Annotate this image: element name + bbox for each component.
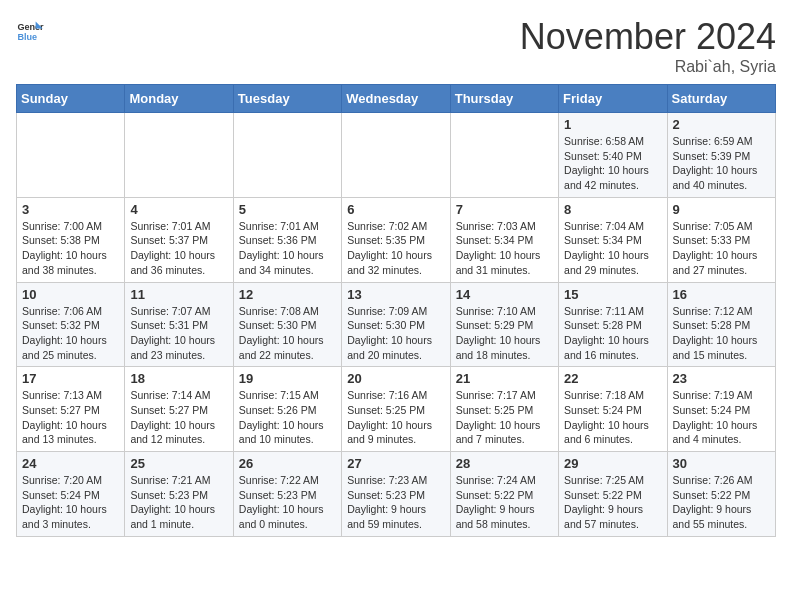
calendar-week-1: 1Sunrise: 6:58 AM Sunset: 5:40 PM Daylig… [17, 113, 776, 198]
day-number: 15 [564, 287, 661, 302]
calendar-cell: 16Sunrise: 7:12 AM Sunset: 5:28 PM Dayli… [667, 282, 775, 367]
day-number: 17 [22, 371, 119, 386]
calendar-week-4: 17Sunrise: 7:13 AM Sunset: 5:27 PM Dayli… [17, 367, 776, 452]
day-info: Sunrise: 7:00 AM Sunset: 5:38 PM Dayligh… [22, 219, 119, 278]
calendar-cell: 22Sunrise: 7:18 AM Sunset: 5:24 PM Dayli… [559, 367, 667, 452]
header-row: Sunday Monday Tuesday Wednesday Thursday… [17, 85, 776, 113]
day-info: Sunrise: 7:08 AM Sunset: 5:30 PM Dayligh… [239, 304, 336, 363]
page-header: General Blue November 2024 Rabi`ah, Syri… [16, 16, 776, 76]
calendar-cell: 25Sunrise: 7:21 AM Sunset: 5:23 PM Dayli… [125, 452, 233, 537]
calendar-cell: 18Sunrise: 7:14 AM Sunset: 5:27 PM Dayli… [125, 367, 233, 452]
calendar-cell: 27Sunrise: 7:23 AM Sunset: 5:23 PM Dayli… [342, 452, 450, 537]
calendar-cell: 29Sunrise: 7:25 AM Sunset: 5:22 PM Dayli… [559, 452, 667, 537]
calendar-cell: 6Sunrise: 7:02 AM Sunset: 5:35 PM Daylig… [342, 197, 450, 282]
day-info: Sunrise: 7:14 AM Sunset: 5:27 PM Dayligh… [130, 388, 227, 447]
day-number: 18 [130, 371, 227, 386]
calendar-cell: 7Sunrise: 7:03 AM Sunset: 5:34 PM Daylig… [450, 197, 558, 282]
calendar-cell: 26Sunrise: 7:22 AM Sunset: 5:23 PM Dayli… [233, 452, 341, 537]
day-info: Sunrise: 7:09 AM Sunset: 5:30 PM Dayligh… [347, 304, 444, 363]
logo: General Blue [16, 16, 44, 44]
day-info: Sunrise: 7:23 AM Sunset: 5:23 PM Dayligh… [347, 473, 444, 532]
calendar-cell: 30Sunrise: 7:26 AM Sunset: 5:22 PM Dayli… [667, 452, 775, 537]
day-number: 20 [347, 371, 444, 386]
day-number: 19 [239, 371, 336, 386]
day-info: Sunrise: 6:58 AM Sunset: 5:40 PM Dayligh… [564, 134, 661, 193]
calendar-cell: 4Sunrise: 7:01 AM Sunset: 5:37 PM Daylig… [125, 197, 233, 282]
day-info: Sunrise: 7:24 AM Sunset: 5:22 PM Dayligh… [456, 473, 553, 532]
day-number: 26 [239, 456, 336, 471]
col-thursday: Thursday [450, 85, 558, 113]
day-info: Sunrise: 7:25 AM Sunset: 5:22 PM Dayligh… [564, 473, 661, 532]
calendar-cell: 19Sunrise: 7:15 AM Sunset: 5:26 PM Dayli… [233, 367, 341, 452]
svg-text:Blue: Blue [17, 32, 37, 42]
day-number: 10 [22, 287, 119, 302]
calendar-cell: 11Sunrise: 7:07 AM Sunset: 5:31 PM Dayli… [125, 282, 233, 367]
day-info: Sunrise: 7:03 AM Sunset: 5:34 PM Dayligh… [456, 219, 553, 278]
col-monday: Monday [125, 85, 233, 113]
day-info: Sunrise: 7:11 AM Sunset: 5:28 PM Dayligh… [564, 304, 661, 363]
day-info: Sunrise: 7:21 AM Sunset: 5:23 PM Dayligh… [130, 473, 227, 532]
day-number: 22 [564, 371, 661, 386]
calendar-week-2: 3Sunrise: 7:00 AM Sunset: 5:38 PM Daylig… [17, 197, 776, 282]
calendar-cell [125, 113, 233, 198]
day-number: 7 [456, 202, 553, 217]
calendar-cell [233, 113, 341, 198]
calendar-week-3: 10Sunrise: 7:06 AM Sunset: 5:32 PM Dayli… [17, 282, 776, 367]
day-number: 1 [564, 117, 661, 132]
day-info: Sunrise: 7:15 AM Sunset: 5:26 PM Dayligh… [239, 388, 336, 447]
title-block: November 2024 Rabi`ah, Syria [520, 16, 776, 76]
col-wednesday: Wednesday [342, 85, 450, 113]
calendar-cell: 17Sunrise: 7:13 AM Sunset: 5:27 PM Dayli… [17, 367, 125, 452]
day-number: 8 [564, 202, 661, 217]
day-number: 23 [673, 371, 770, 386]
day-info: Sunrise: 7:20 AM Sunset: 5:24 PM Dayligh… [22, 473, 119, 532]
calendar-table: Sunday Monday Tuesday Wednesday Thursday… [16, 84, 776, 537]
calendar-week-5: 24Sunrise: 7:20 AM Sunset: 5:24 PM Dayli… [17, 452, 776, 537]
day-info: Sunrise: 7:01 AM Sunset: 5:36 PM Dayligh… [239, 219, 336, 278]
day-number: 12 [239, 287, 336, 302]
calendar-cell [450, 113, 558, 198]
day-info: Sunrise: 7:13 AM Sunset: 5:27 PM Dayligh… [22, 388, 119, 447]
calendar-cell: 21Sunrise: 7:17 AM Sunset: 5:25 PM Dayli… [450, 367, 558, 452]
calendar-cell: 8Sunrise: 7:04 AM Sunset: 5:34 PM Daylig… [559, 197, 667, 282]
calendar-cell: 10Sunrise: 7:06 AM Sunset: 5:32 PM Dayli… [17, 282, 125, 367]
calendar-cell [342, 113, 450, 198]
calendar-cell: 2Sunrise: 6:59 AM Sunset: 5:39 PM Daylig… [667, 113, 775, 198]
day-number: 24 [22, 456, 119, 471]
day-info: Sunrise: 7:18 AM Sunset: 5:24 PM Dayligh… [564, 388, 661, 447]
day-info: Sunrise: 7:16 AM Sunset: 5:25 PM Dayligh… [347, 388, 444, 447]
day-info: Sunrise: 7:22 AM Sunset: 5:23 PM Dayligh… [239, 473, 336, 532]
calendar-cell: 12Sunrise: 7:08 AM Sunset: 5:30 PM Dayli… [233, 282, 341, 367]
day-info: Sunrise: 7:02 AM Sunset: 5:35 PM Dayligh… [347, 219, 444, 278]
col-sunday: Sunday [17, 85, 125, 113]
day-number: 6 [347, 202, 444, 217]
logo-icon: General Blue [16, 16, 44, 44]
day-info: Sunrise: 7:19 AM Sunset: 5:24 PM Dayligh… [673, 388, 770, 447]
calendar-cell: 15Sunrise: 7:11 AM Sunset: 5:28 PM Dayli… [559, 282, 667, 367]
col-tuesday: Tuesday [233, 85, 341, 113]
day-info: Sunrise: 7:17 AM Sunset: 5:25 PM Dayligh… [456, 388, 553, 447]
calendar-cell: 24Sunrise: 7:20 AM Sunset: 5:24 PM Dayli… [17, 452, 125, 537]
day-number: 4 [130, 202, 227, 217]
location-subtitle: Rabi`ah, Syria [520, 58, 776, 76]
day-info: Sunrise: 7:05 AM Sunset: 5:33 PM Dayligh… [673, 219, 770, 278]
col-friday: Friday [559, 85, 667, 113]
calendar-cell [17, 113, 125, 198]
day-info: Sunrise: 7:04 AM Sunset: 5:34 PM Dayligh… [564, 219, 661, 278]
day-info: Sunrise: 7:10 AM Sunset: 5:29 PM Dayligh… [456, 304, 553, 363]
day-number: 9 [673, 202, 770, 217]
day-number: 13 [347, 287, 444, 302]
calendar-cell: 5Sunrise: 7:01 AM Sunset: 5:36 PM Daylig… [233, 197, 341, 282]
day-number: 3 [22, 202, 119, 217]
day-number: 21 [456, 371, 553, 386]
month-title: November 2024 [520, 16, 776, 58]
calendar-cell: 9Sunrise: 7:05 AM Sunset: 5:33 PM Daylig… [667, 197, 775, 282]
calendar-cell: 23Sunrise: 7:19 AM Sunset: 5:24 PM Dayli… [667, 367, 775, 452]
day-number: 28 [456, 456, 553, 471]
day-number: 5 [239, 202, 336, 217]
day-number: 27 [347, 456, 444, 471]
calendar-cell: 14Sunrise: 7:10 AM Sunset: 5:29 PM Dayli… [450, 282, 558, 367]
calendar-cell: 1Sunrise: 6:58 AM Sunset: 5:40 PM Daylig… [559, 113, 667, 198]
day-info: Sunrise: 7:12 AM Sunset: 5:28 PM Dayligh… [673, 304, 770, 363]
day-number: 29 [564, 456, 661, 471]
